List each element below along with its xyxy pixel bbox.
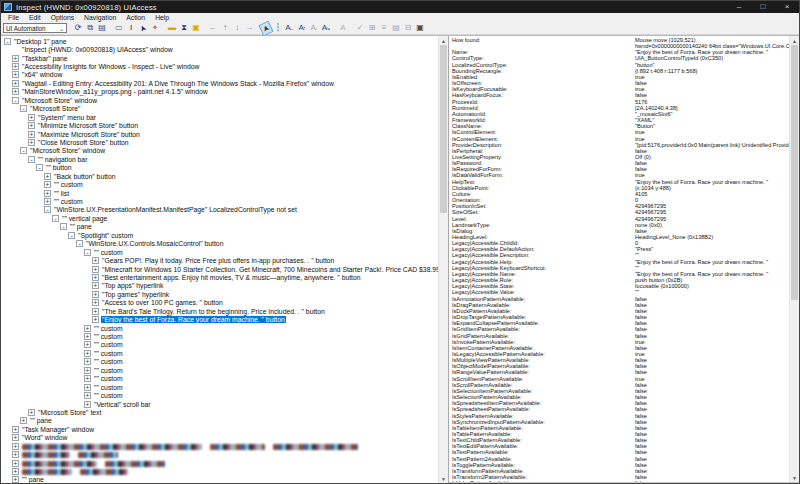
collapse-icon[interactable]: - bbox=[84, 249, 91, 256]
tree-scrollbar[interactable]: ▲ ▼ bbox=[438, 36, 448, 483]
tree-item[interactable]: + bbox=[1, 459, 438, 467]
copy-icon[interactable]: ⧉ bbox=[84, 23, 96, 34]
nav-parent-icon[interactable]: ← bbox=[207, 23, 219, 34]
collapse-icon[interactable]: - bbox=[20, 105, 27, 112]
tree-item[interactable]: +"The Bard's Tale Trilogy. Return to the… bbox=[1, 307, 438, 315]
tree-item[interactable]: -"Microsoft Store" window bbox=[1, 96, 438, 104]
tree-item[interactable]: +"Maximize Microsoft Store" button bbox=[1, 130, 438, 138]
tree-item[interactable]: +"" custom bbox=[1, 358, 438, 366]
menu-item-navigation[interactable]: Navigation bbox=[79, 13, 121, 22]
scroll-down-icon[interactable]: ▼ bbox=[439, 474, 448, 483]
collapse-icon[interactable]: - bbox=[20, 147, 27, 154]
tree-item[interactable]: +"" custom bbox=[1, 383, 438, 391]
expand-icon[interactable]: + bbox=[92, 282, 99, 289]
collapse-icon[interactable]: - bbox=[4, 38, 11, 45]
tree-item[interactable]: +"" custom bbox=[1, 341, 438, 349]
tree-item[interactable]: +"System" menu bar bbox=[1, 113, 438, 121]
tree-item[interactable]: + bbox=[1, 467, 438, 475]
menu-item-options[interactable]: Options bbox=[46, 13, 79, 22]
tree-item[interactable]: +"Word" window bbox=[1, 434, 438, 442]
expand-icon[interactable]: + bbox=[92, 308, 99, 315]
focus-up-icon[interactable]: A↑ bbox=[296, 23, 308, 34]
tree-item[interactable]: -"Spotlight" custom bbox=[1, 231, 438, 239]
expand-icon[interactable]: + bbox=[84, 392, 91, 399]
menu-item-help[interactable]: Help bbox=[150, 13, 174, 22]
tree-item[interactable]: -"Desktop 1" pane bbox=[1, 37, 438, 45]
tree-item[interactable]: + bbox=[1, 442, 438, 450]
expand-icon[interactable]: + bbox=[84, 358, 91, 365]
expand-icon[interactable]: + bbox=[28, 139, 35, 146]
expand-icon[interactable]: + bbox=[12, 443, 19, 450]
tree-item[interactable]: -"" vertical page bbox=[1, 214, 438, 222]
properties-scrollbar[interactable]: ▲ ▼ bbox=[789, 36, 799, 482]
window-disabled-icon[interactable]: ▤ bbox=[390, 23, 402, 34]
expand-icon[interactable]: + bbox=[20, 417, 27, 424]
expand-icon[interactable]: + bbox=[44, 190, 51, 197]
expand-icon[interactable]: + bbox=[92, 274, 99, 281]
expand-icon[interactable]: + bbox=[28, 409, 35, 416]
refresh-tree-icon[interactable]: ⟳ bbox=[72, 23, 84, 34]
tree-item[interactable]: +"Accessibility Insights for Windows - I… bbox=[1, 62, 438, 70]
expand-icon[interactable]: + bbox=[92, 299, 99, 306]
expand-icon[interactable]: + bbox=[12, 63, 19, 70]
focus-disabled-icon[interactable]: A bbox=[337, 23, 349, 34]
expand-icon[interactable]: + bbox=[28, 114, 35, 121]
cursor-target-icon[interactable]: ⌖ bbox=[149, 23, 161, 34]
tree-item[interactable]: +"" custom bbox=[1, 332, 438, 340]
tree-item[interactable]: -"Microsoft Store" bbox=[1, 105, 438, 113]
tree-item[interactable]: +"Task Manager" window bbox=[1, 425, 438, 433]
tree-item[interactable]: +"Wagtail - Editing Entry: Accessibility… bbox=[1, 79, 438, 87]
hourglass-icon[interactable]: ⧗ bbox=[178, 23, 190, 34]
show-highlight-icon[interactable]: ▣ bbox=[190, 23, 202, 34]
mode-select[interactable]: UI Automation ⌄ bbox=[3, 23, 67, 33]
highlight-rect-icon[interactable]: ▬ bbox=[166, 23, 178, 34]
tree-item[interactable]: +"" custom bbox=[1, 375, 438, 383]
tree-item[interactable]: -"WinStore.UX.PresentationManifest.Manif… bbox=[1, 206, 438, 214]
minimize-button[interactable]: – bbox=[727, 1, 751, 13]
collapse-icon[interactable]: - bbox=[52, 215, 59, 222]
expand-icon[interactable]: + bbox=[28, 131, 35, 138]
watch-caret-icon[interactable]: ┆ bbox=[272, 23, 284, 34]
tree-item[interactable]: +"Access to over 100 PC games. " button bbox=[1, 299, 438, 307]
expand-icon[interactable]: + bbox=[84, 333, 91, 340]
tree-item[interactable]: +"x64" window bbox=[1, 71, 438, 79]
collapse-icon[interactable]: - bbox=[44, 206, 51, 213]
list-view-disabled-icon[interactable]: ≡ bbox=[378, 23, 390, 34]
tree-item[interactable]: +"Best entertainment apps. Enjoy hit mov… bbox=[1, 273, 438, 281]
tree-item[interactable]: +"" list bbox=[1, 189, 438, 197]
tree-item[interactable]: +"" custom bbox=[1, 349, 438, 357]
expand-icon[interactable]: + bbox=[92, 257, 99, 264]
expand-icon[interactable]: + bbox=[44, 198, 51, 205]
expand-icon[interactable]: + bbox=[12, 80, 19, 87]
maximize-button[interactable]: □ bbox=[751, 1, 775, 13]
expand-icon[interactable]: + bbox=[44, 181, 51, 188]
tree-item[interactable]: +"" custom bbox=[1, 366, 438, 374]
collapse-icon[interactable]: - bbox=[68, 232, 75, 239]
scroll-down-icon[interactable]: ▼ bbox=[790, 473, 799, 482]
expand-icon[interactable]: + bbox=[84, 325, 91, 332]
collapse-icon[interactable]: - bbox=[12, 97, 19, 104]
expand-icon[interactable]: + bbox=[84, 401, 91, 408]
expand-icon[interactable]: + bbox=[84, 367, 91, 374]
expand-icon[interactable]: + bbox=[84, 350, 91, 357]
collapse-disabled-icon[interactable]: ⊟ bbox=[402, 23, 414, 34]
collapse-icon[interactable]: - bbox=[76, 240, 83, 247]
tree-scroll-thumb[interactable] bbox=[440, 45, 447, 213]
expand-icon[interactable]: + bbox=[12, 55, 19, 62]
tree-item[interactable]: +"" pane bbox=[1, 417, 438, 425]
tree-item[interactable]: +"Top apps" hyperlink bbox=[1, 282, 438, 290]
tree-item[interactable]: +"Minimize Microsoft Store" button bbox=[1, 121, 438, 129]
tree-item[interactable]: +"" custom bbox=[1, 391, 438, 399]
expand-icon[interactable]: + bbox=[84, 375, 91, 382]
expand-icon[interactable]: + bbox=[92, 291, 99, 298]
tree-item[interactable]: +"Close Microsoft Store" button bbox=[1, 138, 438, 146]
settings-window-icon[interactable]: ▣ bbox=[414, 23, 426, 34]
nav-next-sibling-icon[interactable]: ↓ bbox=[231, 23, 243, 34]
expand-icon[interactable]: + bbox=[12, 88, 19, 95]
tree-item[interactable]: +"Top games" hyperlink bbox=[1, 290, 438, 298]
tree-scroll-track[interactable] bbox=[439, 45, 448, 474]
expand-icon[interactable]: + bbox=[12, 426, 19, 433]
expand-icon[interactable]: + bbox=[92, 316, 99, 323]
tree-item[interactable]: + bbox=[1, 450, 438, 458]
focus-left-icon[interactable]: A← bbox=[284, 23, 296, 34]
